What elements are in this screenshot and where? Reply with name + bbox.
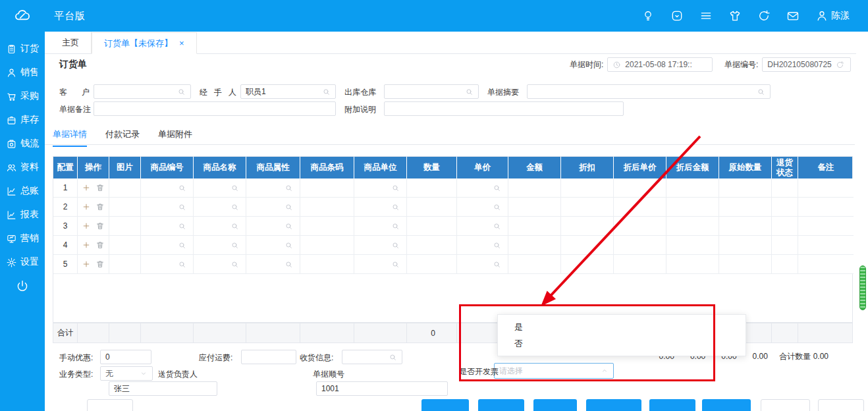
delete-row-icon[interactable] bbox=[95, 183, 105, 192]
cell-search[interactable] bbox=[194, 255, 246, 274]
manual-discount-input[interactable] bbox=[100, 350, 151, 364]
sidebar-item-3[interactable]: 库存 bbox=[6, 108, 39, 132]
cell-search[interactable] bbox=[457, 217, 508, 236]
invoice-option-0[interactable]: 是 bbox=[498, 320, 746, 335]
delete-row-icon[interactable] bbox=[95, 260, 105, 269]
cell-search[interactable] bbox=[246, 255, 300, 274]
bottom-action-button-5[interactable] bbox=[649, 399, 695, 411]
bottom-action-button-6[interactable] bbox=[702, 399, 751, 411]
cell-search[interactable] bbox=[354, 217, 407, 236]
search-icon[interactable] bbox=[391, 260, 400, 269]
search-icon[interactable] bbox=[231, 222, 239, 231]
cell-search[interactable] bbox=[354, 178, 407, 198]
bottom-action-button-2[interactable] bbox=[478, 399, 524, 411]
search-icon[interactable] bbox=[322, 88, 331, 96]
tab-home[interactable]: 主页 bbox=[50, 32, 92, 53]
sequence-input[interactable] bbox=[316, 381, 448, 396]
doc-summary-input-text[interactable] bbox=[532, 87, 757, 96]
cell-search[interactable] bbox=[194, 198, 246, 217]
search-icon[interactable] bbox=[285, 260, 293, 269]
sidebar-item-4[interactable]: 钱流 bbox=[6, 132, 39, 155]
sidebar-item-7[interactable]: 报表 bbox=[6, 203, 39, 227]
menu-icon[interactable] bbox=[699, 9, 713, 22]
cell-search[interactable] bbox=[457, 178, 508, 198]
search-icon[interactable] bbox=[178, 203, 186, 211]
search-icon[interactable] bbox=[493, 184, 501, 192]
bottom-action-button-0[interactable] bbox=[87, 399, 133, 411]
bulb-icon[interactable] bbox=[641, 9, 655, 22]
shirt-icon[interactable] bbox=[728, 9, 742, 22]
add-row-icon[interactable] bbox=[82, 221, 91, 231]
cell-search[interactable] bbox=[194, 217, 246, 236]
sidebar-item-8[interactable]: 营销 bbox=[6, 227, 39, 250]
cell-search[interactable] bbox=[457, 255, 508, 274]
doc-time-input[interactable]: 2021-05-08 17:19:: bbox=[607, 57, 713, 72]
cell-search[interactable] bbox=[354, 236, 407, 255]
invoice-option-1[interactable]: 否 bbox=[498, 337, 746, 351]
close-icon[interactable]: × bbox=[179, 38, 184, 48]
cell-search[interactable] bbox=[194, 236, 246, 255]
search-icon[interactable] bbox=[391, 241, 400, 250]
customer-input-text[interactable] bbox=[99, 87, 177, 96]
customer-input[interactable] bbox=[94, 84, 191, 99]
doc-summary-input[interactable] bbox=[527, 84, 771, 99]
add-row-icon[interactable] bbox=[82, 183, 91, 192]
search-icon[interactable] bbox=[178, 241, 186, 250]
cloud-logo-icon[interactable] bbox=[0, 7, 45, 24]
search-icon[interactable] bbox=[757, 88, 765, 96]
bottom-action-button-1[interactable] bbox=[421, 399, 469, 411]
search-icon[interactable] bbox=[465, 88, 474, 96]
add-row-icon[interactable] bbox=[82, 260, 91, 269]
bottom-action-button-3[interactable] bbox=[533, 399, 577, 411]
cell-search[interactable] bbox=[141, 217, 194, 236]
search-icon[interactable] bbox=[493, 203, 501, 211]
bottom-action-button-7[interactable] bbox=[761, 399, 810, 411]
sidebar-item-5[interactable]: 资料 bbox=[6, 155, 39, 179]
cell-search[interactable] bbox=[246, 178, 300, 198]
user-menu[interactable]: 陈漾 bbox=[815, 9, 850, 22]
cell-search[interactable] bbox=[246, 236, 300, 255]
search-icon[interactable] bbox=[285, 222, 293, 231]
add-row-icon[interactable] bbox=[82, 202, 91, 211]
search-icon[interactable] bbox=[285, 184, 293, 192]
search-icon[interactable] bbox=[391, 222, 400, 231]
cell-search[interactable] bbox=[141, 178, 194, 198]
sidebar-item-6[interactable]: 总账 bbox=[6, 179, 39, 203]
manual-discount-input-text[interactable] bbox=[105, 352, 146, 362]
cell-search[interactable] bbox=[141, 255, 194, 274]
handler-input[interactable] bbox=[240, 84, 336, 99]
search-icon[interactable] bbox=[285, 241, 293, 250]
mail-icon[interactable] bbox=[786, 9, 800, 22]
warehouse-input-text[interactable] bbox=[389, 87, 465, 96]
biz-type-select[interactable]: 无 bbox=[100, 366, 153, 381]
search-icon[interactable] bbox=[231, 203, 239, 211]
warehouse-input[interactable] bbox=[384, 84, 479, 99]
add-row-icon[interactable] bbox=[82, 240, 91, 250]
sequence-input-text[interactable] bbox=[321, 384, 443, 393]
sidebar-item-9[interactable]: 设置 bbox=[6, 250, 39, 274]
delete-row-icon[interactable] bbox=[95, 221, 105, 231]
doc-remark-input-text[interactable] bbox=[99, 104, 331, 113]
sidebar-item-1[interactable]: 销售 bbox=[6, 61, 39, 84]
cell-search[interactable] bbox=[246, 198, 300, 217]
refresh-icon[interactable] bbox=[757, 9, 771, 22]
delivery-person-input[interactable] bbox=[109, 381, 217, 396]
delivery-person-input-text[interactable] bbox=[114, 384, 212, 393]
doc-number-input[interactable]: DH202105080725 bbox=[762, 57, 851, 72]
freight-input-text[interactable] bbox=[246, 352, 291, 362]
tab-order-unsaved[interactable]: 订货单【未保存】 × bbox=[92, 32, 197, 54]
search-icon[interactable] bbox=[231, 241, 239, 250]
search-icon[interactable] bbox=[178, 260, 186, 269]
search-icon[interactable] bbox=[231, 184, 239, 192]
cell-search[interactable] bbox=[194, 178, 246, 198]
search-icon[interactable] bbox=[178, 184, 186, 192]
freight-input[interactable] bbox=[241, 350, 296, 364]
regenerate-icon[interactable] bbox=[836, 61, 844, 69]
power-icon[interactable] bbox=[15, 279, 30, 294]
sidebar-item-0[interactable]: 订货 bbox=[6, 37, 39, 61]
cell-search[interactable] bbox=[246, 217, 300, 236]
cell-search[interactable] bbox=[457, 198, 508, 217]
search-icon[interactable] bbox=[285, 203, 293, 211]
search-icon[interactable] bbox=[389, 353, 397, 362]
search-icon[interactable] bbox=[493, 222, 501, 231]
